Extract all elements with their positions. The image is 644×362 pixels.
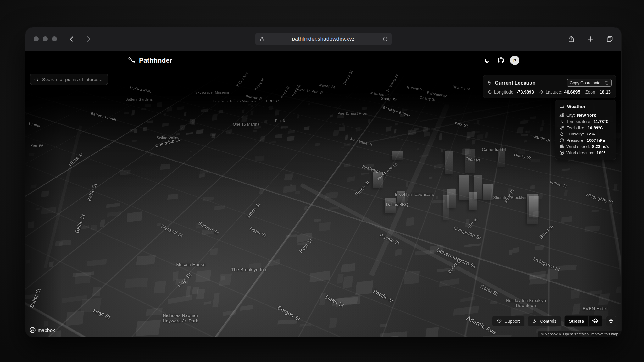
page: Pathfinder P — [25, 51, 621, 337]
weather-row: Temperature:11.78°C — [559, 118, 612, 124]
moon-icon — [484, 57, 490, 63]
close-button[interactable] — [34, 36, 39, 41]
copy-icon — [604, 81, 608, 85]
map-tower — [385, 198, 396, 213]
weather-title: Weather — [567, 104, 586, 109]
forward-icon[interactable] — [85, 36, 92, 43]
nav-buttons — [68, 36, 92, 43]
tab-overview-icon[interactable] — [606, 36, 613, 43]
reload-icon[interactable] — [382, 36, 388, 42]
support-label: Support — [504, 319, 520, 324]
map-style-switcher: Streets — [564, 315, 602, 327]
wind-direction-icon — [559, 151, 564, 155]
new-tab-icon[interactable] — [587, 36, 594, 43]
wind-speed-icon — [559, 144, 564, 149]
map-tower — [373, 172, 383, 188]
locate-button[interactable] — [606, 316, 616, 326]
streets-style-button[interactable]: Streets — [565, 316, 588, 326]
map-tower — [474, 175, 482, 199]
back-icon[interactable] — [68, 36, 75, 43]
city-icon — [559, 113, 564, 118]
location-panel: Current Location Copy Coordinates Longit… — [483, 75, 616, 98]
header-actions: P — [482, 56, 519, 65]
browser-chrome: pathfinder.shadowdev.xyz — [25, 27, 621, 51]
mapbox-icon — [29, 327, 36, 333]
copy-coordinates-label: Copy Coordinates — [570, 80, 602, 85]
app-header: Pathfinder P — [25, 51, 621, 70]
map-tower — [392, 151, 403, 160]
github-button[interactable] — [496, 56, 506, 65]
layers-icon — [592, 318, 599, 325]
location-field: Longitude:-73.9893 — [487, 90, 534, 95]
thermometer-icon — [559, 119, 564, 124]
url-bar[interactable]: pathfinder.shadowdev.xyz — [255, 33, 392, 45]
map-tower — [529, 196, 539, 217]
weather-row: Pressure:1007 hPa — [559, 137, 612, 143]
share-icon[interactable] — [568, 36, 575, 43]
chrome-actions — [568, 36, 613, 43]
weather-rows: City:New YorkTemperature:11.78°CFeels li… — [559, 112, 612, 156]
weather-row: Feels like:10.89°C — [559, 124, 612, 131]
weather-row: Wind direction:180° — [559, 150, 612, 156]
map-canvas[interactable]: Hudson RiverBattery TunnelTunnelPier 9AB… — [25, 70, 621, 337]
map-attribution: © Mapbox © OpenStreetMap Improve this ma… — [538, 331, 621, 337]
pin-icon — [487, 80, 492, 85]
location-field: Zoom:16.13 — [585, 90, 611, 95]
improve-map-link[interactable]: Improve this map — [591, 332, 618, 336]
search-icon — [34, 77, 39, 82]
map-tower — [397, 191, 405, 203]
osm-attribution-link[interactable]: © OpenStreetMap — [559, 332, 589, 336]
humidity-icon — [559, 132, 564, 136]
map-tower — [445, 151, 453, 174]
weather-row: City:New York — [559, 112, 612, 118]
heart-icon — [497, 319, 502, 324]
location-title: Current Location — [495, 80, 536, 86]
search-input[interactable] — [42, 76, 104, 82]
map-tower — [465, 149, 475, 173]
pressure-icon — [559, 138, 564, 143]
theme-toggle-button[interactable] — [482, 56, 492, 65]
controls-label: Controls — [540, 319, 556, 324]
weather-row: Humidity:72% — [559, 131, 612, 137]
mapbox-attribution-link[interactable]: © Mapbox — [541, 332, 558, 336]
browser-window: pathfinder.shadowdev.xyz Pathfinder P — [25, 27, 622, 337]
zoom-button[interactable] — [52, 36, 57, 41]
map-tower — [459, 175, 469, 200]
map-tower — [498, 149, 506, 167]
map-tower — [483, 184, 493, 200]
layers-button[interactable] — [588, 316, 602, 326]
sliders-icon — [532, 319, 537, 324]
feels-like-icon — [559, 125, 564, 130]
github-icon — [498, 57, 504, 63]
copy-coordinates-button[interactable]: Copy Coordinates — [567, 79, 612, 87]
weather-row: Wind speed:8.23 m/s — [559, 143, 612, 150]
controls-button[interactable]: Controls — [528, 316, 561, 326]
minimize-button[interactable] — [43, 36, 48, 41]
location-fields: Longitude:-73.9893Latitude:40.6895Zoom:1… — [487, 90, 612, 95]
route-icon — [128, 57, 136, 64]
window-controls — [34, 36, 57, 41]
mapbox-wordmark: mapbox — [38, 327, 55, 333]
app-logo: Pathfinder — [128, 57, 172, 64]
location-pin-icon — [608, 319, 613, 324]
support-button[interactable]: Support — [492, 316, 525, 326]
location-field: Latitude:40.6895 — [539, 90, 580, 95]
lock-icon — [259, 36, 264, 42]
weather-panel: Weather City:New YorkTemperature:11.78°C… — [555, 100, 616, 160]
page-title: Pathfinder — [139, 57, 172, 64]
url-text: pathfinder.shadowdev.xyz — [264, 36, 382, 42]
map-tower — [443, 195, 449, 220]
map-controls: Support Controls Streets — [492, 315, 616, 327]
map-towers — [25, 70, 621, 337]
move-icon — [539, 90, 544, 95]
move-icon — [487, 90, 492, 95]
search-box — [30, 74, 108, 85]
profile-avatar[interactable]: P — [510, 56, 519, 65]
mapbox-logo[interactable]: mapbox — [29, 327, 55, 333]
cloud-icon — [559, 104, 564, 109]
